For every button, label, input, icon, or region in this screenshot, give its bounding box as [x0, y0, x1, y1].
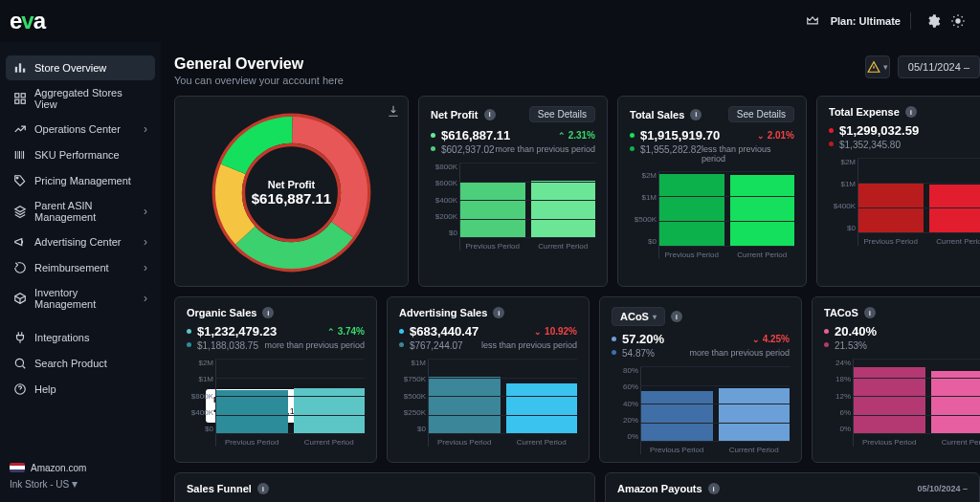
sidebar-item-advertising-center[interactable]: Advertising Center › — [6, 229, 155, 254]
kpi-card-acos: ACoS ▾ i 57.20% ⌄4.25% 54.87% more than … — [599, 296, 802, 463]
svg-rect-7 — [21, 99, 25, 103]
bar-previous — [854, 367, 925, 434]
kpi-card-net-profit: Net Profit iSee Details $616,887.11 ⌃2.3… — [418, 96, 608, 287]
info-icon[interactable]: i — [262, 307, 274, 318]
series-dot-icon — [630, 133, 635, 138]
see-details-button[interactable]: See Details — [728, 106, 794, 122]
x-axis-label: Current Period — [719, 446, 791, 454]
x-axis-label: Previous Period — [659, 251, 724, 259]
grid-icon — [13, 92, 27, 105]
bar-current — [506, 383, 578, 434]
metric-value: 57.20% — [622, 332, 664, 346]
series-dot-icon — [630, 146, 635, 151]
x-axis-label: Previous Period — [216, 438, 288, 447]
bar-current — [929, 185, 981, 233]
bar-previous — [429, 377, 501, 434]
kpi-card-organic-sales: Previous Period• Organic Sales: $1,188,0… — [174, 296, 377, 463]
svg-rect-1 — [15, 67, 17, 73]
settings-icon[interactable] — [924, 12, 942, 30]
info-icon[interactable]: i — [690, 109, 702, 120]
card-title: Net Profit — [431, 109, 479, 120]
theme-toggle-icon[interactable] — [949, 12, 967, 30]
sidebar-item-inventory-management[interactable]: Inventory Management › — [6, 281, 155, 316]
sidebar-item-search-product[interactable]: Search Product — [6, 351, 155, 376]
x-axis-label: Current Period — [929, 237, 981, 246]
chevron-right-icon: › — [144, 261, 147, 274]
sidebar-item-help[interactable]: Help — [6, 377, 155, 402]
info-icon[interactable]: i — [864, 307, 876, 318]
sidebar-item-pricing-management[interactable]: Pricing Management — [6, 168, 155, 193]
topbar: eva Plan: Ultimate — [0, 0, 980, 42]
sidebar: ‹ Store Overview Aggregated Stores View … — [0, 42, 161, 502]
info-icon[interactable]: i — [484, 109, 496, 120]
delta-value: ⌃3.74% — [327, 326, 365, 337]
us-flag-icon — [10, 463, 25, 472]
store-selector[interactable]: Ink Stork - US ▾ — [10, 477, 151, 491]
tag-icon — [13, 174, 27, 187]
svg-rect-6 — [15, 99, 19, 103]
sidebar-item-store-overview[interactable]: Store Overview — [6, 55, 155, 80]
metric-value: $1,915,919.70 — [640, 128, 720, 142]
sidebar-item-parent-asin-management[interactable]: Parent ASIN Management › — [6, 194, 155, 229]
x-axis-label: Previous Period — [641, 446, 713, 454]
chevron-down-icon: ▾ — [653, 313, 657, 321]
main-content: General Overview You can overview your a… — [161, 42, 980, 502]
metric-previous-value: 21.53% — [835, 340, 867, 351]
metric-value: $616,887.11 — [441, 128, 510, 142]
period-bar-chart: 24%18%12%6%0% Previous Period Current Pe… — [824, 359, 980, 447]
x-axis-label: Current Period — [730, 251, 795, 259]
sidebar-item-sku-performance[interactable]: SKU Performance — [6, 142, 155, 167]
bar-current — [931, 371, 981, 434]
sidebar-item-operations-center[interactable]: Operations Center › — [6, 117, 155, 142]
metric-value: $1,299,032.59 — [839, 123, 919, 138]
x-axis-label: Previous Period — [858, 237, 924, 246]
bar-previous — [216, 390, 288, 434]
metric-value: $1,232,479.23 — [197, 324, 277, 338]
period-bar-chart: 80%60%40%20%0% Previous Period Current P… — [612, 366, 790, 454]
see-details-button[interactable]: See Details — [529, 106, 595, 122]
sidebar-item-reimbursement[interactable]: Reimbursement › — [6, 255, 155, 280]
metric-previous-value: $602,937.02 — [441, 144, 495, 155]
info-icon[interactable]: i — [708, 483, 720, 494]
card-title: TACoS — [824, 307, 858, 318]
metric-value: $683,440.47 — [410, 324, 479, 338]
card-title: Total Sales — [630, 109, 684, 120]
page-title: General Overview — [174, 55, 344, 73]
series-dot-icon — [824, 329, 829, 334]
info-icon[interactable]: i — [493, 307, 504, 318]
card-title: Sales Funnel — [187, 483, 252, 494]
search-icon — [13, 357, 27, 370]
info-icon[interactable]: i — [905, 106, 917, 118]
svg-rect-5 — [21, 94, 25, 98]
plan-indicator[interactable]: Plan: Ultimate — [800, 12, 901, 30]
layers-icon — [13, 205, 27, 218]
metric-selector[interactable]: ACoS ▾ — [612, 307, 665, 326]
date-range-picker[interactable]: 05/11/2024 – — [898, 55, 980, 78]
metric-previous-value: $767,244.07 — [410, 340, 463, 351]
delta-value: ⌄2.01% — [757, 130, 794, 141]
series-dot-icon — [612, 350, 616, 355]
info-icon[interactable]: i — [671, 311, 682, 322]
sidebar-item-label: Parent ASIN Management — [34, 200, 128, 223]
delta-value: ⌃2.31% — [558, 130, 595, 141]
barcode-icon — [13, 148, 27, 162]
kpi-card-total-expense: Total Expense i $1,299,032.59 $1,352,345… — [816, 96, 980, 287]
net-profit-donut-card: Net Profit $616,887.11 — [174, 96, 409, 287]
sidebar-item-label: Inventory Management — [34, 287, 128, 310]
megaphone-icon — [13, 235, 27, 249]
alerts-button[interactable]: ▾ — [865, 55, 890, 78]
box-icon — [13, 292, 27, 305]
period-note: more than previous period — [495, 144, 595, 155]
card-title: Total Expense — [829, 106, 900, 118]
marketplace-selector[interactable]: Amazon.com — [10, 463, 151, 473]
sidebar-item-integrations[interactable]: Integrations — [6, 325, 155, 350]
page-subtitle: You can overview your account here — [174, 75, 344, 86]
period-bar-chart: $1M$750K$500K$250K$0 Previous Period Cur… — [399, 359, 577, 447]
help-icon — [13, 382, 27, 396]
sidebar-item-aggregated-stores-view[interactable]: Aggregated Stores View — [6, 81, 155, 116]
series-dot-icon — [612, 337, 616, 341]
info-icon[interactable]: i — [257, 483, 269, 494]
delta-value: ⌄4.25% — [752, 334, 790, 344]
chevron-down-icon: ▾ — [883, 62, 888, 72]
bar-current — [294, 388, 366, 434]
